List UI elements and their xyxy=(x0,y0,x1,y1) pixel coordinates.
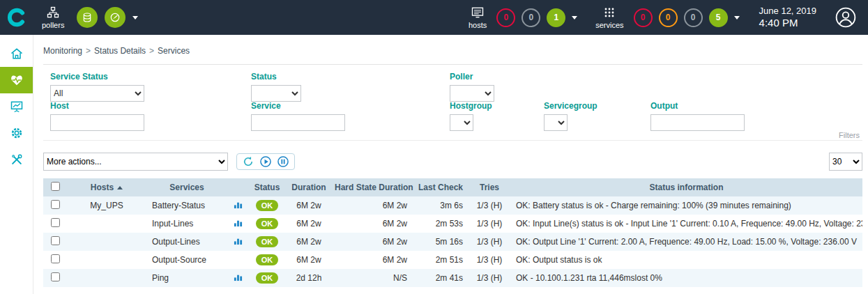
hosts-menu[interactable]: hosts xyxy=(469,6,487,29)
row-checkbox[interactable] xyxy=(51,254,60,263)
poller-select[interactable] xyxy=(450,85,494,102)
header-hard-state-duration-label: Hard State Duration xyxy=(335,183,413,192)
services-critical-badge[interactable]: 0 xyxy=(634,8,653,27)
select-all-checkbox[interactable] xyxy=(51,182,60,191)
hostgroup-label: Hostgroup xyxy=(450,101,492,111)
poller-database-status[interactable] xyxy=(77,7,98,28)
header-duration[interactable]: Duration xyxy=(286,178,332,196)
breadcrumb-monitoring[interactable]: Monitoring xyxy=(43,46,82,56)
current-time: 4:40 PM xyxy=(759,17,816,30)
services-label: services xyxy=(595,21,623,29)
status-information-cell: OK: Input Line(s) status is ok - Input L… xyxy=(510,215,862,233)
servicegroup-select[interactable] xyxy=(544,114,568,131)
play-icon xyxy=(259,155,272,168)
more-actions-select[interactable]: More actions... xyxy=(43,153,228,171)
service-input[interactable] xyxy=(251,114,345,131)
hosts-up-badge[interactable]: 1 xyxy=(547,8,565,27)
status-information-cell: OK: Battery status is ok - Charge remain… xyxy=(510,196,862,215)
header-last-check[interactable]: Last Check xyxy=(413,178,469,196)
hosts-unreachable-badge[interactable]: 0 xyxy=(521,8,540,27)
centreon-logo-icon xyxy=(7,8,26,27)
services-chevron-down-icon[interactable] xyxy=(734,16,740,20)
service-link[interactable]: Ping xyxy=(152,273,169,283)
service-link[interactable]: Input-Lines xyxy=(152,219,193,229)
home-icon xyxy=(10,47,24,61)
table-header-row: Hosts Services Status Duration Hard Stat… xyxy=(43,178,862,196)
header-status-label: Status xyxy=(254,183,280,192)
last-check-cell: 2m 51s xyxy=(413,251,469,269)
actions-toolbar: More actions... xyxy=(43,152,862,171)
gear-icon xyxy=(10,126,24,140)
row-checkbox[interactable] xyxy=(51,218,60,227)
sidebar-item-reporting[interactable] xyxy=(0,93,33,120)
services-menu[interactable]: services xyxy=(595,6,623,29)
sidebar-item-configuration[interactable] xyxy=(0,120,33,146)
row-checkbox[interactable] xyxy=(51,236,60,245)
tries-cell: 1/3 (H) xyxy=(469,215,510,233)
status-select[interactable] xyxy=(251,85,301,102)
sidebar xyxy=(0,35,33,294)
sidebar-item-home[interactable] xyxy=(0,40,33,67)
sidebar-item-administration[interactable] xyxy=(0,146,33,173)
hostgroup-select[interactable] xyxy=(450,114,473,131)
bar-chart-icon[interactable] xyxy=(234,236,243,245)
table-row: Output-Lines OK 6M 2w 6M 2w 5m 16s 1/3 (… xyxy=(43,233,862,251)
bar-chart-icon[interactable] xyxy=(234,218,243,227)
table-row: Output-Source OK 6M 2w 6M 2w 2m 51s 1/3 … xyxy=(43,251,862,269)
header-tries[interactable]: Tries xyxy=(469,178,510,196)
row-checkbox[interactable] xyxy=(51,272,60,281)
header-hard-state-duration[interactable]: Hard State Duration xyxy=(332,178,413,196)
status-badge: OK xyxy=(256,254,279,265)
centreon-logo[interactable] xyxy=(0,0,33,35)
last-check-cell: 3m 6s xyxy=(413,196,469,215)
header-hosts-label: Hosts xyxy=(91,183,114,192)
top-bar: pollers hosts 0 0 1 xyxy=(0,0,868,35)
filters-panel-label: Filters xyxy=(839,131,860,139)
host-input[interactable] xyxy=(50,114,144,131)
page-size-select[interactable]: 30 xyxy=(829,153,862,171)
poller-latency-status[interactable] xyxy=(105,7,125,28)
output-label: Output xyxy=(650,101,745,111)
status-badge: OK xyxy=(256,200,279,211)
services-warning-badge[interactable]: 0 xyxy=(659,8,678,27)
poller-label: Poller xyxy=(450,72,494,82)
pollers-menu[interactable]: pollers xyxy=(42,6,64,29)
pollers-label: pollers xyxy=(42,21,64,29)
sidebar-item-monitoring[interactable] xyxy=(0,67,33,93)
bar-chart-icon[interactable] xyxy=(234,200,243,209)
select-all-header[interactable] xyxy=(43,178,67,196)
heart-pulse-icon xyxy=(9,72,24,88)
hosts-down-badge[interactable]: 0 xyxy=(496,8,515,27)
header-hosts[interactable]: Hosts xyxy=(67,178,146,196)
breadcrumb-services[interactable]: Services xyxy=(158,46,190,56)
header-status-information[interactable]: Status information xyxy=(510,178,862,196)
user-menu[interactable] xyxy=(835,6,857,29)
service-link[interactable]: Battery-Status xyxy=(152,201,205,210)
service-link[interactable]: Output-Lines xyxy=(152,237,200,247)
last-check-cell: 2m 41s xyxy=(413,269,469,287)
database-icon xyxy=(82,12,93,23)
header-last-check-label: Last Check xyxy=(418,183,463,192)
bar-chart-icon[interactable] xyxy=(234,272,243,281)
header-tries-label: Tries xyxy=(480,183,499,192)
status-badge: OK xyxy=(256,236,279,247)
header-services[interactable]: Services xyxy=(146,178,227,196)
header-status[interactable]: Status xyxy=(248,178,286,196)
output-input[interactable] xyxy=(650,114,745,131)
hosts-chevron-down-icon[interactable] xyxy=(572,16,577,20)
duration-cell: 6M 2w xyxy=(286,233,332,251)
host-link[interactable]: My_UPS xyxy=(90,201,123,210)
pollers-chevron-down-icon[interactable] xyxy=(132,16,138,20)
service-status-select[interactable]: All xyxy=(50,85,144,102)
services-unknown-badge[interactable]: 0 xyxy=(684,8,703,27)
play-refresh-button[interactable] xyxy=(259,155,272,168)
services-ok-badge[interactable]: 5 xyxy=(709,8,728,27)
refresh-button[interactable] xyxy=(242,155,254,168)
pause-refresh-button[interactable] xyxy=(277,155,289,168)
breadcrumb-separator: > xyxy=(86,46,91,56)
breadcrumb-status-details[interactable]: Status Details xyxy=(94,46,146,56)
service-link[interactable]: Output-Source xyxy=(152,255,206,265)
table-row: Input-Lines OK 6M 2w 6M 2w 2m 53s 1/3 (H… xyxy=(43,215,862,233)
status-information-cell: OK: Output Line '1' Current: 2.00 A, Fre… xyxy=(510,233,862,251)
row-checkbox[interactable] xyxy=(51,200,60,209)
